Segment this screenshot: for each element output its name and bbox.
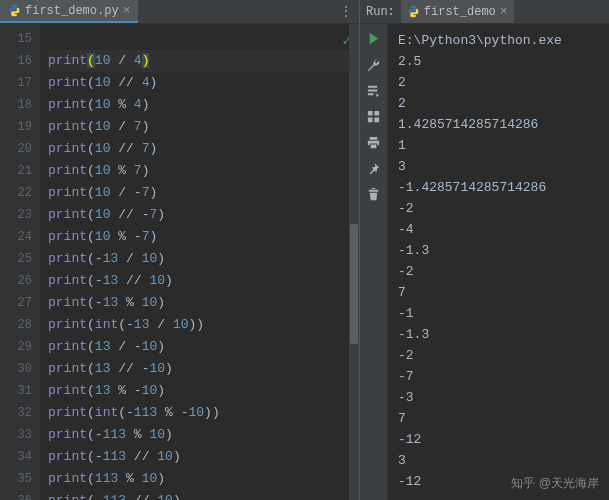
run-panel: Run: first_demo × E:\Python3\python.exe [360,0,609,500]
code-line[interactable]: print(10 / 4) [48,50,351,72]
code-line[interactable]: print(10 // 4) [48,72,351,94]
code-line[interactable]: print(13 % -10) [48,380,351,402]
tab-overflow-icon[interactable]: ⋮ [333,3,359,20]
console-line: -7 [398,366,599,387]
print-icon[interactable] [366,134,382,150]
code-line[interactable]: print(-113 // 10) [48,446,351,468]
close-icon[interactable]: × [500,4,508,19]
console-line: -2 [398,345,599,366]
console-line: -2 [398,198,599,219]
run-icon[interactable] [366,30,382,46]
wrench-icon[interactable] [366,56,382,72]
console-line: -2 [398,261,599,282]
console-line: 3 [398,450,599,471]
code-line[interactable]: print(10 % -7) [48,226,351,248]
console-line: -1 [398,303,599,324]
console-line: 1 [398,135,599,156]
run-header: Run: first_demo × [360,0,609,24]
code-line[interactable]: print(13 / -10) [48,336,351,358]
tab-file-name: first_demo.py [25,4,119,18]
console-output[interactable]: E:\Python3\python.exe2.5221.428571428571… [388,24,609,500]
run-config-tab[interactable]: first_demo × [401,0,514,23]
code-line[interactable]: print(-113 // 10) [48,490,351,500]
python-file-icon [407,5,420,18]
console-line: -4 [398,219,599,240]
code-content[interactable]: print(10 / 4)print(10 // 4)print(10 % 4)… [40,24,359,500]
run-config-name: first_demo [424,5,496,19]
code-line[interactable]: print(13 // -10) [48,358,351,380]
code-line[interactable]: print(10 // -7) [48,204,351,226]
code-line[interactable]: print(10 % 4) [48,94,351,116]
code-line[interactable]: print(113 % 10) [48,468,351,490]
console-line: -12 [398,429,599,450]
code-line[interactable] [48,28,351,50]
editor-panel: first_demo.py × ⋮ 1516171819202122232425… [0,0,360,500]
layout-icon[interactable] [366,108,382,124]
line-gutter: 1516171819202122232425262728293031323334… [0,24,40,500]
scrollbar-thumb[interactable] [350,224,358,344]
code-line[interactable]: print(-13 % 10) [48,292,351,314]
console-line: -1.3 [398,324,599,345]
console-line: 7 [398,408,599,429]
code-line[interactable]: print(-13 / 10) [48,248,351,270]
code-line[interactable]: print(10 / 7) [48,116,351,138]
console-line: E:\Python3\python.exe [398,30,599,51]
python-file-icon [8,4,21,17]
code-line[interactable]: print(10 % 7) [48,160,351,182]
watermark: 知乎 @天光海岸 [511,473,599,494]
code-line[interactable]: print(-13 // 10) [48,270,351,292]
console-line: 2 [398,93,599,114]
console-line: 1.4285714285714286 [398,114,599,135]
console-line: 3 [398,156,599,177]
console-line: 2.5 [398,51,599,72]
close-icon[interactable]: × [123,3,131,18]
code-line[interactable]: print(-113 % 10) [48,424,351,446]
pin-icon[interactable] [366,160,382,176]
console-line: -1.3 [398,240,599,261]
code-editor[interactable]: 1516171819202122232425262728293031323334… [0,24,359,500]
console-line: 2 [398,72,599,93]
editor-tab[interactable]: first_demo.py × [0,0,138,23]
run-label: Run: [366,5,395,19]
run-toolbar [360,24,388,500]
console-line: -3 [398,387,599,408]
code-line[interactable]: print(int(-13 / 10)) [48,314,351,336]
code-line[interactable]: print(int(-113 % -10)) [48,402,351,424]
code-line[interactable]: print(10 // 7) [48,138,351,160]
console-line: -1.4285714285714286 [398,177,599,198]
step-icon[interactable] [366,82,382,98]
code-line[interactable]: print(10 / -7) [48,182,351,204]
trash-icon[interactable] [366,186,382,202]
editor-tab-bar: first_demo.py × ⋮ [0,0,359,24]
console-line: 7 [398,282,599,303]
editor-scrollbar[interactable] [349,24,359,500]
